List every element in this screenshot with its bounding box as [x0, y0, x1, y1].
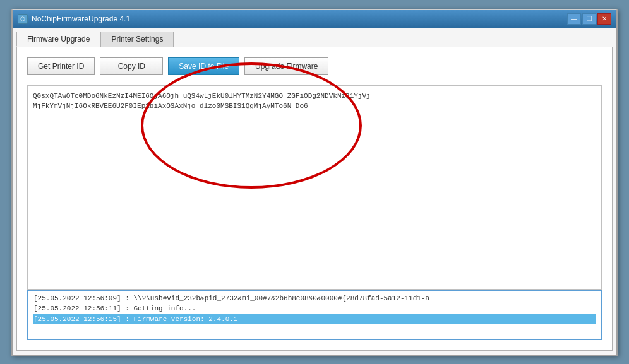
window-title: NoChipFirmwareUpgrade 4.1 — [32, 15, 130, 23]
app-icon: ⬡ — [18, 14, 28, 24]
id-line-2: MjFkYmVjNjI6OkRBVEE6U2F0IEp1biAxOSAxNjo … — [33, 101, 596, 112]
content-area: Firmware Upgrade Printer Settings Get Pr… — [13, 28, 616, 355]
upgrade-firmware-button[interactable]: Upgrade Firmware — [244, 57, 328, 75]
log-line-2: [25.05.2022 12:56:11] : Getting info... — [33, 303, 596, 314]
restore-button[interactable]: ❐ — [582, 13, 596, 25]
tab-content: Get Printer ID Copy ID Save ID to File U… — [16, 47, 613, 351]
button-row: Get Printer ID Copy ID Save ID to File U… — [27, 57, 602, 75]
log-line-3: [25.05.2022 12:56:15] : Firmware Version… — [33, 314, 596, 325]
title-buttons: — ❐ ✕ — [567, 13, 611, 25]
log-line-1: [25.05.2022 12:56:09] : \\?\usb#vid_232b… — [33, 293, 596, 304]
title-bar-left: ⬡ NoChipFirmwareUpgrade 4.1 — [18, 14, 130, 24]
tab-firmware-upgrade[interactable]: Firmware Upgrade — [16, 32, 100, 47]
close-button[interactable]: ✕ — [597, 13, 611, 25]
tab-printer-settings[interactable]: Printer Settings — [100, 32, 174, 47]
main-window: ⬡ NoChipFirmwareUpgrade 4.1 — ❐ ✕ Firmwa… — [11, 9, 618, 356]
get-printer-id-button[interactable]: Get Printer ID — [27, 57, 95, 75]
main-content-wrapper: Get Printer ID Copy ID Save ID to File U… — [27, 57, 602, 290]
title-bar: ⬡ NoChipFirmwareUpgrade 4.1 — ❐ ✕ — [13, 10, 616, 28]
minimize-button[interactable]: — — [567, 13, 581, 25]
id-line-1: Q0sxQTAwOTc0MDo6NkEzNzI4MEI6OjA6Ojh uQS4… — [33, 91, 596, 102]
log-area: [25.05.2022 12:56:09] : \\?\usb#vid_232b… — [27, 290, 602, 340]
id-display: Q0sxQTAwOTc0MDo6NkEzNzI4MEI6OjA6Ojh uQS4… — [27, 85, 602, 290]
save-id-to-file-button[interactable]: Save ID to File — [168, 57, 239, 75]
copy-id-button[interactable]: Copy ID — [100, 57, 163, 75]
tab-bar: Firmware Upgrade Printer Settings — [16, 32, 613, 47]
